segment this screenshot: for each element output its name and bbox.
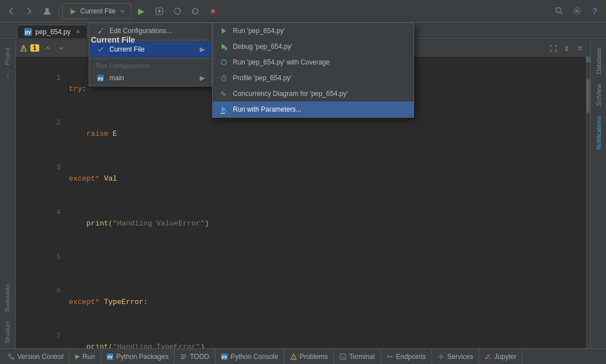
code-line-5: 5 [43, 241, 586, 274]
right-sidebar: Database SciView Notifications [590, 40, 606, 348]
status-services[interactable]: Services [432, 349, 479, 364]
svg-point-6 [8, 354, 11, 356]
git-icon [8, 353, 15, 360]
python-console-icon: py [221, 353, 228, 360]
status-version-control[interactable]: Version Control [2, 349, 70, 364]
svg-text:!: ! [293, 356, 294, 359]
svg-rect-10 [181, 358, 185, 359]
sidebar-item-sciview[interactable]: SciView [592, 80, 605, 110]
code-line-6: 6 except* TypeError: [43, 274, 586, 319]
toolbar-right: ? [551, 3, 603, 19]
gutter-info: ! 1 [20, 43, 66, 53]
code-line-2: 2 raise E [43, 106, 586, 151]
svg-point-3 [556, 8, 561, 13]
sidebar-item-database[interactable]: Database [592, 43, 605, 79]
svg-rect-8 [181, 354, 186, 356]
sidebar-bottom: Bookmarks Structure [1, 279, 14, 348]
svg-point-0 [45, 8, 49, 11]
expand-icon[interactable] [548, 43, 559, 54]
status-python-console[interactable]: py Python Console [215, 349, 284, 364]
services-label: Services [447, 353, 473, 361]
svg-rect-12 [340, 354, 346, 360]
tab-filename: pep_654.py [35, 28, 71, 36]
left-sidebar: Project ⋮ Bookmarks Structure [0, 40, 16, 348]
settings-icon-button[interactable] [569, 3, 585, 19]
status-terminal[interactable]: Terminal [334, 349, 380, 364]
run-status-icon: ▶ [75, 353, 80, 360]
services-icon [438, 353, 444, 360]
sidebar-item-structure[interactable]: Structure [1, 316, 14, 348]
search-icon-button[interactable] [551, 3, 567, 19]
run-button[interactable]: ▶ [134, 3, 149, 19]
code-line-1: 1 try: [43, 61, 586, 106]
stop-button[interactable]: ■ [205, 3, 221, 19]
user-icon[interactable] [39, 3, 55, 19]
svg-point-18 [489, 357, 491, 359]
scroll-thumb[interactable] [586, 79, 590, 113]
svg-point-4 [576, 10, 578, 12]
problems-icon: ! [290, 353, 297, 360]
warning-icon: ! [20, 45, 27, 52]
run-config-label: Current File [80, 7, 116, 15]
gutter-bar: ! 1 [16, 40, 590, 57]
svg-point-16 [488, 354, 489, 356]
code-line-7: 7 print("Handling TypeError") [43, 319, 586, 348]
close-panel-icon[interactable] [575, 43, 586, 54]
add-config-button[interactable] [152, 3, 167, 19]
endpoints-icon [387, 353, 393, 360]
status-jupyter[interactable]: Jupyter [479, 349, 522, 364]
code-line-4: 4 print("Handling ValueError") [43, 196, 586, 241]
problems-label: Problems [300, 353, 328, 361]
python-packages-icon: py [107, 353, 113, 360]
status-problems[interactable]: ! Problems [284, 349, 334, 364]
todo-label: TODO [190, 353, 209, 361]
sidebar-item-notifications[interactable]: Notifications [592, 112, 605, 154]
warning-up-button[interactable] [43, 43, 53, 53]
svg-point-13 [387, 356, 389, 357]
pin-icon[interactable] [561, 43, 572, 54]
tab-bar: py pep_654.py × [0, 22, 606, 39]
code-line-3: 3 except* Val [43, 151, 586, 196]
status-python-packages[interactable]: py Python Packages [101, 349, 175, 364]
sidebar-item-more[interactable]: ⋮ [1, 71, 15, 84]
run-label: Run [82, 353, 95, 361]
python-file-icon: py [24, 28, 32, 36]
svg-point-14 [391, 356, 392, 357]
code-content[interactable]: 1 try: 2 raise E 3 except* Val 4 print("… [16, 57, 590, 348]
forward-button[interactable] [21, 3, 37, 19]
status-todo[interactable]: TODO [175, 349, 215, 364]
jupyter-icon [485, 353, 492, 360]
run-config-button[interactable]: ▶ Current File [62, 3, 131, 19]
toolbar: ▶ Current File ▶ ■ ? [0, 0, 606, 22]
version-control-label: Version Control [17, 353, 63, 361]
sidebar-item-bookmarks[interactable]: Bookmarks [1, 279, 14, 316]
python-console-label: Python Console [231, 353, 278, 361]
back-button[interactable] [3, 3, 19, 19]
run-config-icon: ▶ [68, 7, 77, 16]
reload-button[interactable] [187, 3, 203, 19]
gutter-actions [548, 43, 586, 54]
scroll-track[interactable] [586, 57, 590, 348]
help-icon-button[interactable]: ? [587, 3, 603, 19]
terminal-icon [339, 353, 346, 360]
terminal-label: Terminal [349, 353, 374, 361]
jupyter-label: Jupyter [494, 353, 516, 361]
status-endpoints[interactable]: Endpoints [381, 349, 432, 364]
coverage-button[interactable] [169, 3, 185, 19]
warning-down-button[interactable] [56, 43, 66, 53]
minimap-highlight [586, 57, 590, 62]
status-bar: Version Control ▶ Run py Python Packages… [0, 348, 606, 364]
sidebar-item-project[interactable]: Project [1, 43, 14, 70]
status-run[interactable]: ▶ Run [70, 349, 101, 364]
svg-text:!: ! [23, 47, 24, 50]
svg-rect-9 [181, 356, 186, 357]
file-tab[interactable]: py pep_654.py × [17, 25, 88, 39]
endpoints-label: Endpoints [396, 353, 426, 361]
python-packages-label: Python Packages [116, 353, 168, 361]
tab-close-button[interactable]: × [76, 28, 80, 36]
dropdown-arrow-icon [120, 8, 125, 14]
toolbar-separator [58, 6, 59, 17]
code-area: ! 1 1 try: 2 [16, 40, 590, 348]
todo-icon [180, 353, 187, 360]
svg-point-15 [440, 356, 442, 358]
